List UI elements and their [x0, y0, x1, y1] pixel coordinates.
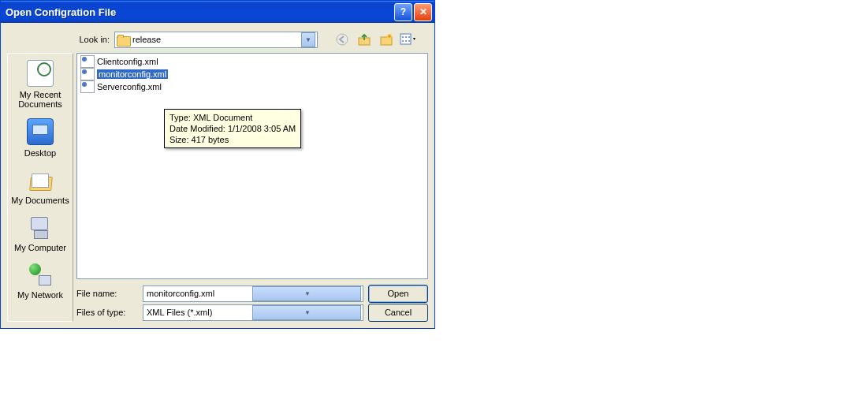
svg-rect-4 — [400, 34, 411, 44]
place-my-documents[interactable]: My Documents — [9, 164, 71, 211]
file-item[interactable]: monitorconfig.xml — [79, 68, 426, 80]
dropdown-arrow-icon[interactable]: ▼ — [252, 305, 361, 320]
view-icon — [400, 33, 417, 46]
filename-value: monitorconfig.xml — [145, 289, 252, 298]
cancel-button-label: Cancel — [385, 308, 412, 317]
svg-point-9 — [405, 40, 407, 42]
place-label: Desktop — [9, 148, 71, 158]
place-desktop[interactable]: Desktop — [9, 115, 71, 164]
documents-icon — [28, 167, 53, 192]
svg-point-7 — [408, 36, 410, 38]
file-name: Clientconfig.xml — [97, 57, 158, 66]
tooltip-type: Type: XML Document — [170, 112, 296, 123]
place-label: My Network — [9, 290, 71, 300]
look-in-value: release — [132, 35, 161, 44]
file-name: Serverconfig.xml — [97, 82, 162, 91]
open-button[interactable]: Open — [368, 285, 428, 303]
help-button[interactable]: ? — [394, 3, 412, 21]
close-button[interactable]: ✕ — [414, 3, 432, 21]
titlebar[interactable]: Open Configration File ? ✕ — [1, 1, 434, 23]
window-controls: ? ✕ — [394, 3, 432, 21]
file-tooltip: Type: XML Document Date Modified: 1/1/20… — [164, 109, 301, 148]
xml-file-icon — [80, 80, 95, 93]
tooltip-size: Size: 417 bytes — [170, 134, 296, 145]
desktop-icon — [27, 118, 54, 145]
svg-point-0 — [337, 34, 348, 45]
file-list[interactable]: Clientconfig.xml monitorconfig.xml Serve… — [76, 53, 428, 279]
svg-point-10 — [408, 40, 410, 42]
place-label: My Computer — [9, 243, 71, 252]
new-folder-icon — [380, 33, 393, 46]
folder-up-icon — [358, 33, 371, 46]
svg-point-6 — [405, 36, 407, 38]
recent-documents-icon — [27, 60, 54, 87]
place-my-computer[interactable]: My Computer — [9, 211, 71, 259]
dropdown-arrow-icon[interactable]: ▼ — [301, 32, 315, 47]
file-name: monitorconfig.xml — [97, 69, 168, 79]
tooltip-date: Date Modified: 1/1/2008 3:05 AM — [170, 123, 296, 134]
filetype-label: Files of type: — [76, 308, 138, 317]
computer-icon — [28, 215, 53, 240]
place-recent-documents[interactable]: My Recent Documents — [9, 57, 71, 115]
up-one-level-button[interactable] — [356, 31, 373, 48]
svg-point-8 — [402, 40, 404, 42]
look-in-combo[interactable]: release ▼ — [114, 32, 318, 48]
window-title: Open Configration File — [6, 6, 116, 18]
view-menu-button[interactable] — [400, 31, 417, 48]
filename-label: File name: — [76, 289, 138, 298]
dropdown-arrow-icon[interactable]: ▼ — [252, 286, 361, 301]
file-item[interactable]: Clientconfig.xml — [79, 55, 426, 68]
xml-file-icon — [80, 68, 95, 80]
open-button-label: Open — [388, 289, 409, 298]
file-item[interactable]: Serverconfig.xml — [79, 80, 426, 93]
open-file-dialog: Open Configration File ? ✕ Look in: rele… — [0, 0, 435, 329]
filetype-combo[interactable]: XML Files (*.xml) ▼ — [143, 304, 363, 321]
xml-file-icon — [80, 55, 95, 68]
filename-combo[interactable]: monitorconfig.xml ▼ — [143, 286, 363, 302]
filetype-value: XML Files (*.xml) — [145, 308, 252, 317]
network-icon — [28, 262, 53, 287]
place-my-network[interactable]: My Network — [9, 259, 71, 306]
place-label: My Documents — [9, 196, 71, 205]
look-in-label: Look in: — [70, 35, 110, 44]
toolbar: Look in: release ▼ — [7, 31, 428, 48]
places-bar: My Recent Documents Desktop My Documents… — [7, 53, 73, 322]
back-arrow-icon — [336, 33, 348, 46]
new-folder-button[interactable] — [378, 31, 395, 48]
svg-point-5 — [402, 36, 404, 38]
folder-icon — [117, 35, 129, 45]
cancel-button[interactable]: Cancel — [368, 304, 428, 322]
place-label: My Recent Documents — [9, 90, 71, 109]
back-button[interactable] — [333, 31, 351, 48]
